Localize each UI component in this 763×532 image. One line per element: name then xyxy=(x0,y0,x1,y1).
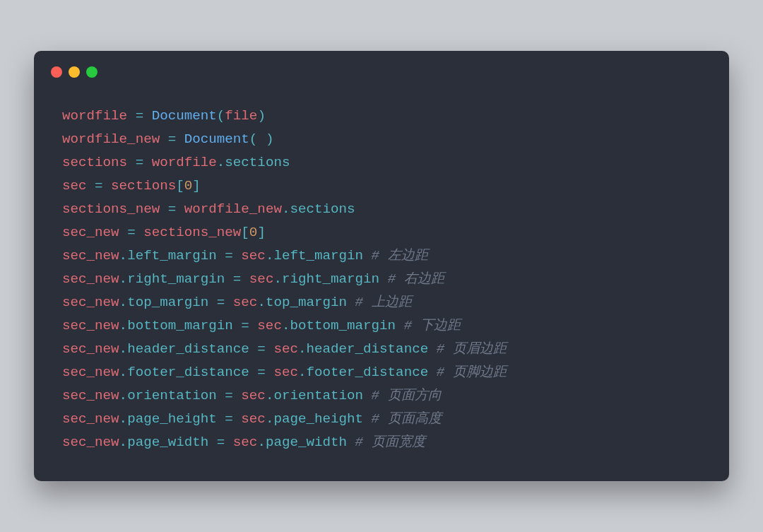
code-token: sections xyxy=(290,201,355,217)
code-token xyxy=(143,155,152,170)
code-token xyxy=(119,225,128,240)
code-token: orientation xyxy=(127,388,217,403)
code-token: sec xyxy=(241,248,266,264)
code-token: ) xyxy=(266,131,274,147)
code-token: 0 xyxy=(249,225,258,240)
zoom-icon[interactable] xyxy=(86,66,97,78)
code-token: # 下边距 xyxy=(404,318,461,333)
code-token: . xyxy=(217,155,225,170)
code-token xyxy=(217,388,225,403)
code-token: # 页面宽度 xyxy=(355,435,425,450)
code-token xyxy=(266,365,274,380)
code-token: ( xyxy=(217,108,225,124)
code-token: left_margin xyxy=(127,248,217,264)
code-token: Document xyxy=(152,108,217,124)
code-token: # 页面高度 xyxy=(372,411,442,427)
code-token: . xyxy=(119,435,128,450)
code-token: sec_new xyxy=(62,341,119,357)
code-token: sec xyxy=(273,341,298,357)
code-token: sec_new xyxy=(62,411,119,427)
code-token: sec_new xyxy=(62,225,119,240)
code-token: # 页脚边距 xyxy=(437,365,507,380)
code-token xyxy=(127,155,136,170)
code-token: = xyxy=(225,388,233,403)
code-token: top_margin xyxy=(127,295,208,310)
code-token xyxy=(257,131,266,147)
code-token: header_distance xyxy=(306,341,428,357)
code-token: page_width xyxy=(127,435,208,450)
code-token xyxy=(428,341,437,357)
window-titlebar xyxy=(34,51,729,86)
code-token xyxy=(217,248,225,264)
code-token xyxy=(249,365,258,380)
code-token: sec_new xyxy=(62,388,119,403)
close-icon[interactable] xyxy=(51,66,62,78)
code-line: wordfile_new = Document( ) xyxy=(62,128,701,151)
code-token xyxy=(225,271,233,287)
code-token: right_margin xyxy=(282,271,379,287)
minimize-icon[interactable] xyxy=(69,66,80,78)
code-token xyxy=(363,388,372,403)
code-token: # 页面方向 xyxy=(372,388,442,403)
code-token: sec xyxy=(257,318,282,333)
code-token xyxy=(160,131,168,147)
code-line: sec_new.orientation = sec.orientation # … xyxy=(62,384,701,408)
code-token: # 上边距 xyxy=(355,295,412,310)
code-token: . xyxy=(119,271,128,287)
code-token: sec xyxy=(241,388,266,403)
code-token: . xyxy=(266,388,274,403)
code-token xyxy=(103,178,112,194)
code-token: = xyxy=(257,341,266,357)
code-token: = xyxy=(168,201,177,217)
code-token xyxy=(363,411,372,427)
code-token: wordfile xyxy=(62,108,127,124)
code-token: . xyxy=(282,318,290,333)
code-token: sections_new xyxy=(62,201,160,217)
code-token xyxy=(233,411,242,427)
code-token: . xyxy=(119,318,128,333)
code-token: ( xyxy=(249,131,258,147)
code-token: = xyxy=(257,365,266,380)
code-token: = xyxy=(225,411,233,427)
code-token: sec_new xyxy=(62,271,119,287)
code-line: sections = wordfile.sections xyxy=(62,151,701,175)
code-token xyxy=(208,295,217,310)
code-token: ] xyxy=(192,178,201,194)
code-token xyxy=(225,435,233,450)
code-token: sec xyxy=(233,295,258,310)
code-token xyxy=(428,365,437,380)
code-token xyxy=(143,108,152,124)
code-token: . xyxy=(298,341,307,357)
code-token: ] xyxy=(257,225,266,240)
code-token: . xyxy=(282,201,290,217)
code-token: . xyxy=(266,411,274,427)
code-token: file xyxy=(225,108,257,124)
code-token: wordfile_new xyxy=(184,201,282,217)
code-token: sections xyxy=(225,155,290,170)
code-token xyxy=(233,318,242,333)
code-token xyxy=(266,341,274,357)
code-token: sections xyxy=(111,178,176,194)
code-token: sec xyxy=(62,178,87,194)
code-token: = xyxy=(95,178,103,194)
code-token xyxy=(241,271,249,287)
code-token: . xyxy=(119,341,128,357)
code-token xyxy=(347,435,355,450)
code-token: . xyxy=(119,411,128,427)
code-window: wordfile = Document(file)wordfile_new = … xyxy=(34,51,729,481)
code-token: 0 xyxy=(184,178,193,194)
code-token: sections_new xyxy=(143,225,241,240)
code-token: sec xyxy=(273,365,298,380)
code-token: page_width xyxy=(266,435,347,450)
code-line: sec_new.bottom_margin = sec.bottom_margi… xyxy=(62,314,701,338)
code-token xyxy=(176,131,184,147)
code-line: sec_new.right_margin = sec.right_margin … xyxy=(62,268,701,291)
code-token: = xyxy=(241,318,249,333)
code-token xyxy=(233,248,242,264)
code-token: = xyxy=(217,435,225,450)
code-line: sec_new.left_margin = sec.left_margin # … xyxy=(62,244,701,268)
code-token: top_margin xyxy=(266,295,347,310)
code-token: . xyxy=(298,365,307,380)
code-line: wordfile = Document(file) xyxy=(62,105,701,128)
code-token xyxy=(363,248,372,264)
